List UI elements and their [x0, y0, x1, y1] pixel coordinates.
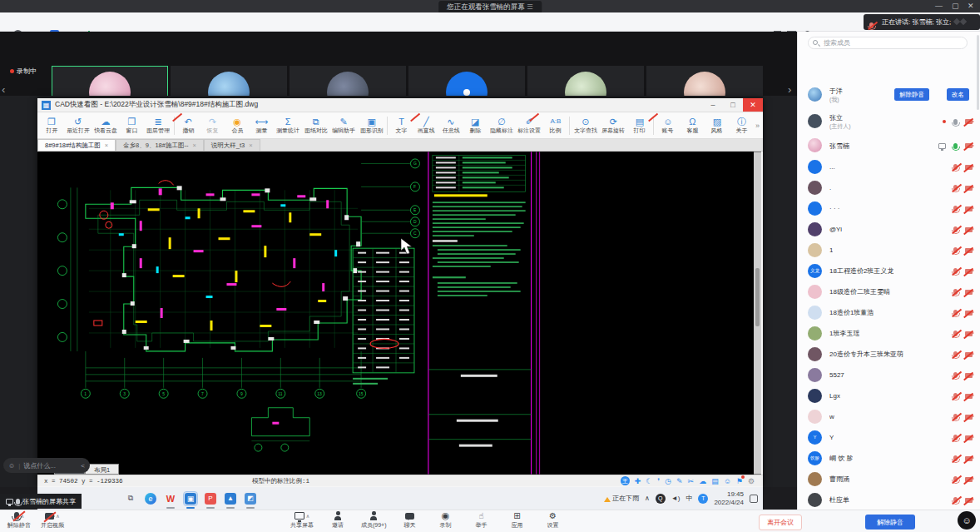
hide-annotation-button[interactable]: ∅隐藏标注	[489, 113, 514, 138]
cloud-button[interactable]: ☁快看云盘	[93, 113, 118, 138]
system-clock[interactable]: 19:452022/4/24	[714, 490, 744, 506]
account-button[interactable]: ☺账号	[657, 113, 679, 138]
search-members-input[interactable]: 搜索成员	[808, 37, 968, 49]
delete-button[interactable]: ◪删除	[464, 113, 486, 138]
line-button[interactable]: ╱画直线	[415, 113, 437, 138]
unmute-member-button[interactable]: 解除静音	[894, 88, 929, 101]
member-row[interactable]: Lgx	[798, 385, 980, 406]
t-tray-icon[interactable]: T	[698, 494, 708, 504]
collapse-icon[interactable]: <	[81, 462, 85, 470]
member-row[interactable]: 张立 (主持人)	[798, 108, 980, 135]
wps-icon[interactable]: W	[164, 492, 177, 505]
member-row[interactable]: @Yi	[798, 219, 980, 240]
history-icon[interactable]: ◷	[665, 477, 671, 485]
member-row[interactable]: 于洋 (我) 解除静音 改名	[798, 82, 980, 108]
pan-icon[interactable]: ✚	[635, 477, 641, 485]
pdf-app-icon[interactable]: P	[204, 492, 217, 505]
floating-emoji-button[interactable]: ☺	[958, 511, 976, 530]
gallery-icon[interactable]: ▤	[711, 477, 719, 485]
panel-unmute-button[interactable]: 解除静音	[865, 515, 915, 530]
weather-widget[interactable]: 正在下雨	[604, 494, 639, 503]
shape-recognize-button[interactable]: ▣图形识别	[359, 113, 384, 138]
member-row[interactable]: .	[798, 177, 980, 198]
find-text-button[interactable]: ⊙文字查找	[573, 113, 598, 138]
about-button[interactable]: ⓘ关于	[730, 113, 752, 138]
members-button[interactable]: 成员(99+)	[361, 511, 387, 530]
support-button[interactable]: Ω客服	[681, 113, 703, 138]
tab-layout1[interactable]: 布局1	[85, 464, 119, 475]
rename-button[interactable]: 改名	[947, 88, 969, 101]
toolbar-overflow-icon[interactable]: »	[755, 122, 760, 130]
window-maximize-button[interactable]: ▢	[952, 2, 959, 10]
compare-button[interactable]: ⧉图纸对比	[304, 113, 329, 138]
member-row[interactable]: 饮胗峒 饮 胗	[798, 448, 980, 469]
drawing-tab[interactable]: 说明大样_t3×	[204, 139, 260, 151]
member-row[interactable]: 5527	[798, 365, 980, 385]
undo-button[interactable]: ↶撤销	[177, 113, 199, 138]
member-row[interactable]: 义龙18工程造价2班王义龙	[798, 261, 980, 281]
cloud-sync-icon[interactable]: ☁	[699, 477, 706, 485]
redo-button[interactable]: ↷恢复	[202, 113, 224, 138]
unmute-button[interactable]: ∧解除静音	[7, 511, 32, 530]
drawing-tab[interactable]: 8#9#18#结构施工图×	[37, 139, 116, 151]
vip-badge-icon[interactable]: 王	[621, 476, 630, 485]
recent-button[interactable]: ↺最近打开	[66, 113, 91, 138]
qq-tray-icon[interactable]: Q	[656, 494, 666, 504]
volume-icon[interactable]: ◄)	[671, 495, 681, 502]
member-row[interactable]: · · ·	[798, 198, 980, 219]
member-row[interactable]: 曹雨涵	[798, 469, 980, 490]
member-row[interactable]: 18级造价二班王雯晴	[798, 281, 980, 302]
apps-button[interactable]: ⊞应用	[505, 511, 530, 530]
settings-icon[interactable]: ⚙	[748, 477, 755, 485]
vip-button[interactable]: ◉会员	[226, 113, 248, 138]
location-icon[interactable]: ⚑	[736, 477, 743, 485]
tab-close-icon[interactable]: ×	[192, 142, 196, 149]
share-screen-button[interactable]: ∧共享屏幕	[290, 511, 314, 530]
member-row[interactable]: 18造价1班董浩	[798, 302, 980, 323]
edit-helper-button[interactable]: ✎编辑助手	[331, 113, 356, 138]
member-row[interactable]: 20造价专升本三班朱亚萌	[798, 344, 980, 365]
member-row[interactable]: 1班李玉瑶	[798, 323, 980, 344]
cad-minimize-button[interactable]: –	[703, 98, 723, 112]
carousel-next-button[interactable]: ›	[788, 83, 791, 96]
rotate-screen-button[interactable]: ⟳屏幕旋转	[601, 113, 626, 138]
hidden-icons-caret[interactable]: ∧	[645, 495, 650, 502]
text-button[interactable]: T文字	[391, 113, 413, 138]
task-view-icon[interactable]: ⧉	[124, 492, 137, 505]
print-button[interactable]: ▤打印	[629, 113, 651, 138]
drawing-tab[interactable]: 金乡8、9、18#施工图--×	[116, 139, 204, 151]
window-minimize-button[interactable]: —	[935, 2, 943, 10]
scale-button[interactable]: A:B比例	[545, 113, 567, 138]
edge-browser-icon[interactable]: e	[144, 492, 157, 505]
dwg-viewer-icon[interactable]: ▣	[184, 492, 197, 505]
chat-quick-bar[interactable]: ☺ | 说点什么... <	[3, 458, 90, 473]
comment-icon[interactable]: ❜	[657, 477, 660, 485]
mountain-app-icon[interactable]: ▲	[224, 492, 237, 505]
start-video-button[interactable]: ∧开启视频	[40, 511, 65, 530]
notification-center-icon[interactable]	[750, 495, 758, 503]
leave-meeting-button[interactable]: 离开会议	[759, 515, 802, 530]
tab-close-icon[interactable]: ×	[249, 142, 252, 149]
photos-app-icon[interactable]: ◩	[244, 492, 257, 505]
cad-close-button[interactable]: ✕	[743, 98, 763, 112]
style-button[interactable]: ▨风格	[706, 113, 728, 138]
measure-button[interactable]: ⟷测量	[251, 113, 273, 138]
member-row[interactable]: YY	[798, 427, 980, 448]
invite-button[interactable]: 邀请	[325, 511, 350, 530]
record-button[interactable]: ◉录制	[433, 511, 458, 530]
window-close-button[interactable]: ✕	[968, 2, 974, 10]
measure-stats-button[interactable]: Σ测量统计	[275, 113, 300, 138]
member-row[interactable]: ...	[798, 157, 980, 177]
cad-canvas[interactable]: 13579111315 GFEDC	[37, 152, 761, 475]
draw-icon[interactable]: ✎	[676, 477, 683, 485]
member-row[interactable]: w	[798, 406, 980, 427]
cad-maximize-button[interactable]: □	[723, 98, 743, 112]
emoji-icon[interactable]: ☺	[8, 462, 15, 470]
banner-menu-icon[interactable]: ☰	[527, 2, 533, 11]
carousel-prev-button[interactable]: ‹	[2, 83, 5, 96]
tab-close-icon[interactable]: ×	[105, 142, 108, 149]
cad-titlebar[interactable]: ▦ CAD快速看图 - E:\2022毕业设计张雪楠\8#9#18#结构施工图.…	[37, 98, 763, 112]
layers-button[interactable]: ≣图层管理	[146, 113, 171, 138]
trim-icon[interactable]: ✂	[688, 477, 695, 485]
settings-button[interactable]: ⚙设置	[541, 511, 566, 530]
